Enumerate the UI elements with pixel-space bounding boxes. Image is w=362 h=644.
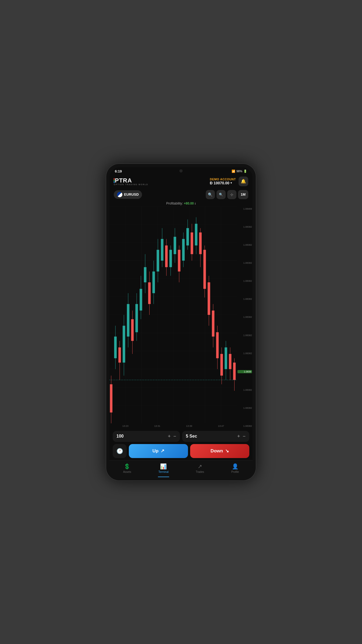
timeframe-button[interactable]: 1M [238, 190, 248, 199]
up-arrow-icon: ↗ [161, 448, 164, 454]
price-label-0: 1.08469 [237, 207, 252, 210]
price-label-4: 1.08382 [237, 280, 252, 282]
chart-controls: EURUSD 🔍 🔍 ⊹ 1M [109, 188, 253, 201]
nav-assets[interactable]: 💲 Assets [119, 463, 136, 474]
camera-notch [179, 169, 183, 173]
amount-increase-button[interactable]: + [168, 434, 171, 439]
price-label-5: 1.08382 [237, 298, 252, 300]
up-label: Up [152, 448, 159, 454]
time-steppers: + − [237, 434, 246, 439]
zoom-out-icon: 🔍 [219, 193, 223, 196]
demo-label: DEMO ACCOUNT [210, 178, 236, 181]
balance-display[interactable]: Đ 10070.00 ▾ [210, 181, 236, 185]
status-time: 6:19 [115, 169, 122, 173]
pair-flag [117, 192, 122, 197]
chart-tools: 🔍 🔍 ⊹ 1M [206, 190, 248, 199]
trading-controls: 100 + − 5 Sec + − 🕐 [109, 429, 253, 460]
price-label-10: 1.08382 [237, 389, 252, 391]
status-icons: 📶 98% 🔋 [232, 170, 247, 173]
crosshair-button[interactable]: ⊹ [227, 190, 236, 199]
top-bar: PTRA OPTION TRADING WORLD DEMO ACCOUNT Đ… [109, 174, 253, 188]
assets-label: Assets [123, 470, 131, 473]
bottom-nav: 💲 Assets 📊 Terminal ↗ Trades 👤 Profile [109, 460, 253, 477]
time-decrease-button[interactable]: − [243, 434, 246, 439]
balance-chevron: ▾ [230, 181, 232, 184]
profile-icon: 👤 [232, 463, 239, 470]
zoom-out-button[interactable]: 🔍 [217, 190, 226, 199]
account-section: DEMO ACCOUNT Đ 10070.00 ▾ 🔔 [210, 177, 248, 186]
notification-button[interactable]: 🔔 [239, 177, 248, 186]
battery-icon: 🔋 [243, 170, 247, 173]
down-arrow-icon: ↘ [225, 448, 229, 454]
chart-area[interactable]: 1.08469 1.08382 1.08382 1.08382 1.08382 … [109, 206, 253, 429]
info-icon: ℹ [195, 202, 196, 205]
amount-value: 100 [116, 434, 124, 439]
trades-icon: ↗ [198, 463, 202, 470]
time-label-2: 13:39 [186, 425, 192, 427]
assets-icon: 💲 [124, 463, 130, 470]
nav-trades[interactable]: ↗ Trades [191, 463, 208, 474]
zoom-in-button[interactable]: 🔍 [206, 190, 215, 199]
pair-label: EURUSD [124, 192, 139, 196]
nav-profile[interactable]: 👤 Profile [227, 463, 243, 474]
phone-screen: 6:19 📶 98% 🔋 PTRA OPTION TRADING WORLD [109, 167, 253, 477]
amount-decrease-button[interactable]: − [173, 434, 176, 439]
terminal-icon: 📊 [160, 463, 167, 470]
pair-selector[interactable]: EURUSD [114, 190, 142, 199]
signal-icon: 📶 [232, 170, 235, 173]
price-label-11: 1.08382 [237, 407, 252, 409]
time-label-3: 13:47 [218, 425, 224, 427]
price-label-8: 1.08382 [237, 352, 252, 355]
price-label-1: 1.08382 [237, 226, 252, 228]
time-label-1: 13:31 [154, 425, 160, 427]
profitability-label: Profitability: [166, 202, 183, 205]
profitability-value: +80.00 [184, 202, 194, 205]
price-label-12: 1.08382 [237, 425, 252, 427]
up-button[interactable]: Up ↗ [129, 444, 188, 458]
price-label-3: 1.08382 [237, 262, 252, 264]
terminal-label: Terminal [158, 470, 169, 473]
logo-icon: PTRA [114, 177, 132, 184]
price-label-2: 1.08382 [237, 244, 252, 246]
amount-box: 100 + − [113, 431, 180, 442]
amount-steppers: + − [168, 434, 176, 439]
balance-amount: Đ 10070.00 [210, 181, 229, 185]
time-increase-button[interactable]: + [237, 434, 240, 439]
trades-label: Trades [196, 470, 204, 473]
battery-text: 98% [236, 170, 242, 173]
profile-label: Profile [231, 470, 239, 473]
bell-icon: 🔔 [241, 179, 246, 184]
logo-section: PTRA OPTION TRADING WORLD [114, 177, 148, 185]
history-icon: 🕐 [116, 448, 123, 454]
amount-time-row: 100 + − 5 Sec + − [113, 431, 249, 442]
current-price-label: 1.0839 [237, 370, 252, 373]
down-button[interactable]: Down ↘ [190, 444, 249, 458]
zoom-in-icon: 🔍 [208, 192, 212, 197]
down-label: Down [211, 448, 223, 454]
time-axis: 13:23 13:31 13:39 13:47 [109, 423, 237, 429]
logo-subtitle: OPTION TRADING WORLD [114, 184, 148, 185]
time-label-0: 13:23 [122, 425, 129, 427]
action-row: 🕐 Up ↗ Down ↘ [113, 444, 249, 458]
history-button[interactable]: 🕐 [113, 444, 127, 458]
time-period-value: 5 Sec [186, 434, 197, 439]
price-label-7: 1.08382 [237, 334, 252, 337]
crosshair-icon: ⊹ [230, 192, 233, 197]
nav-terminal[interactable]: 📊 Terminal [154, 463, 173, 474]
time-box: 5 Sec + − [182, 431, 249, 442]
price-label-6: 1.08382 [237, 316, 252, 318]
phone-device: 6:19 📶 98% 🔋 PTRA OPTION TRADING WORLD [106, 163, 256, 481]
price-axis: 1.08469 1.08382 1.08382 1.08382 1.08382 … [237, 206, 253, 429]
profitability-bar: Profitability: +80.00 ℹ [109, 201, 253, 206]
account-info: DEMO ACCOUNT Đ 10070.00 ▾ [210, 178, 236, 185]
candlestick-chart [109, 206, 237, 423]
